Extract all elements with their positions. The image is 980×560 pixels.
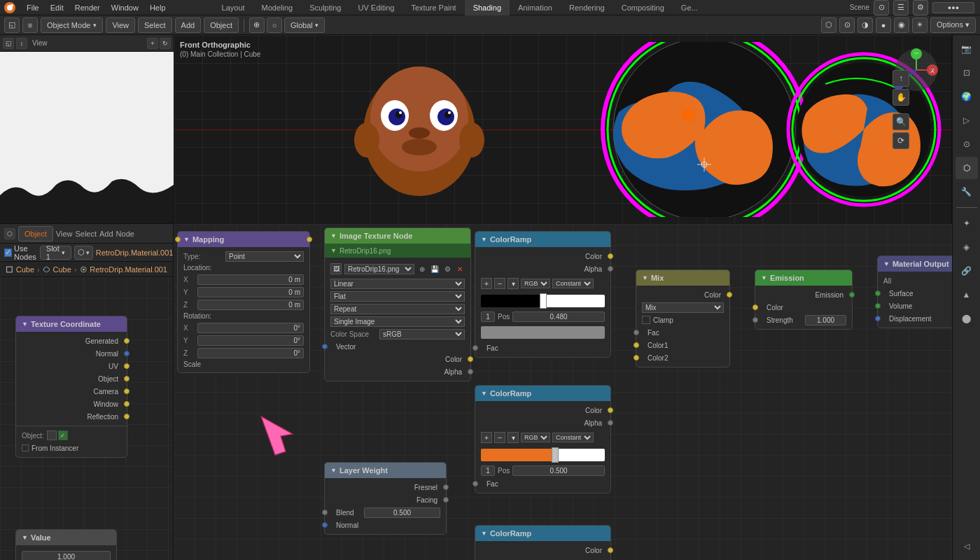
tc-instancer-checkbox[interactable] [22, 444, 29, 451]
material-icon[interactable]: ⬡ [78, 248, 85, 257]
properties-expand[interactable]: ◁ [955, 535, 978, 557]
cr1-remove[interactable]: − [494, 278, 505, 289]
cr1-more[interactable]: ▾ [507, 278, 519, 289]
cr2-stop[interactable] [552, 447, 559, 463]
left-view-btn[interactable]: ◱ [3, 38, 14, 49]
img-tex-cs-select[interactable]: sRGB [379, 329, 465, 340]
value-input-field[interactable]: 1.000 [22, 551, 111, 560]
tc-object-picker[interactable] [47, 430, 57, 440]
tab-ge[interactable]: Ge... [673, 0, 706, 15]
options-dropdown[interactable]: Options ▾ [930, 18, 976, 33]
cr2-interp-select[interactable]: Constant [552, 433, 594, 442]
menu-file[interactable]: File [21, 0, 45, 15]
breadcrumb-material[interactable]: RetroDrip.Material.001 [90, 265, 167, 274]
cr1-gradient-bar[interactable] [481, 295, 605, 307]
mix-clamp-checkbox[interactable] [642, 316, 650, 324]
use-nodes-toggle[interactable]: ✓ Use Nodes [4, 244, 37, 261]
tab-shading[interactable]: Shading [465, 0, 510, 15]
img-tex-interp-select[interactable]: Linear [330, 279, 465, 289]
transform-dropdown[interactable]: Global ▾ [284, 18, 325, 33]
img-tex-sub-collapse[interactable]: ▼ [330, 247, 337, 254]
slot-dropdown[interactable]: Slot 1 ▾ [40, 246, 71, 260]
menu-window[interactable]: Window [106, 0, 144, 15]
properties-output[interactable]: ⊡ [955, 62, 978, 84]
img-tex-browse[interactable]: ⊕ [417, 264, 427, 274]
tool-arrow[interactable]: ↑ [892, 70, 909, 87]
value-collapse[interactable]: ▼ [22, 534, 28, 541]
menu-help[interactable]: Help [144, 0, 172, 15]
properties-physics[interactable]: ◈ [955, 236, 978, 258]
img-tex-save[interactable]: 💾 [430, 264, 440, 274]
properties-material[interactable]: ⬤ [955, 307, 978, 330]
left-nav-btn[interactable]: ↕ [16, 38, 27, 49]
properties-data[interactable]: ▲ [955, 284, 978, 306]
properties-world[interactable]: ⊙ [955, 133, 978, 155]
viewport-shading2[interactable]: ● [876, 18, 891, 33]
node-select-btn[interactable]: Select [75, 230, 97, 238]
node-editor-icon[interactable]: ⬡ [4, 228, 15, 239]
mapping-type-select[interactable]: Point [225, 251, 304, 262]
img-tex-ext-select[interactable]: Repeat [330, 304, 465, 314]
mapping-rx-field[interactable]: 0° [197, 323, 304, 333]
add-btn-toolbar[interactable]: Add [175, 18, 202, 33]
cr2-more[interactable]: ▾ [507, 432, 519, 443]
img-tex-src-select[interactable]: Single Image [330, 316, 465, 327]
blender-logo[interactable] [3, 1, 17, 15]
mapping-y-field[interactable]: 0 m [197, 287, 304, 298]
menu-edit[interactable]: Edit [45, 0, 69, 15]
tab-modeling[interactable]: Modeling [253, 0, 302, 15]
breadcrumb-cube2[interactable]: Cube [53, 265, 71, 274]
properties-constraints[interactable]: 🔗 [955, 260, 978, 282]
settings-icon[interactable]: ⚙ [913, 0, 928, 15]
mapping-x-field[interactable]: 0 m [197, 274, 304, 285]
properties-particles[interactable]: ✦ [955, 212, 978, 234]
cr2-mode-select[interactable]: RGB [521, 433, 550, 442]
img-tex-settings[interactable]: ⚙ [442, 264, 452, 274]
tool-rotate[interactable]: ⟳ [892, 132, 909, 149]
cr2-val-field[interactable]: 1 [481, 465, 495, 476]
overlay-icon[interactable]: ⬡ [821, 18, 836, 33]
mapping-ry-field[interactable]: 0° [197, 335, 304, 346]
properties-object[interactable]: ⬡ [955, 157, 978, 179]
emission-collapse[interactable]: ▼ [761, 274, 767, 281]
cr1-pos-field[interactable]: 0.480 [512, 312, 605, 322]
cr2-remove[interactable]: − [494, 432, 505, 443]
cr2-add[interactable]: + [481, 432, 492, 443]
tool-hand[interactable]: ✋ [892, 89, 909, 106]
tab-texture-paint[interactable]: Texture Paint [402, 0, 464, 15]
tc-object-select[interactable]: ✓ [58, 430, 68, 440]
tool-zoom[interactable]: 🔍 [892, 113, 909, 130]
cr2-gradient-bar[interactable] [481, 449, 605, 461]
mapping-z-field[interactable]: 0 m [197, 300, 304, 310]
img-tex-collapse[interactable]: ▼ [330, 232, 337, 239]
cr1-stop[interactable] [540, 293, 547, 309]
lw1-blend-value[interactable]: 0.500 [364, 507, 440, 518]
rotate-btn[interactable]: ↻ [160, 38, 171, 49]
tab-rendering[interactable]: Rendering [561, 0, 613, 15]
cr1-collapse[interactable]: ▼ [481, 236, 487, 243]
cr2-pos-field[interactable]: 0.500 [512, 465, 605, 476]
cr1-interp-select[interactable]: Constant [552, 279, 594, 288]
viewport-icon[interactable]: ◱ [4, 18, 20, 33]
viewport-shading1[interactable]: ◑ [858, 18, 873, 33]
properties-modifier[interactable]: 🔧 [955, 181, 978, 203]
properties-render[interactable]: 📷 [955, 38, 978, 60]
lw1-collapse[interactable]: ▼ [330, 467, 337, 474]
mat-output-collapse[interactable]: ▼ [883, 260, 890, 267]
viewport-shading4[interactable]: ☀ [912, 18, 927, 33]
snap-icon[interactable]: ⊕ [249, 18, 265, 33]
cr2-collapse[interactable]: ▼ [481, 390, 487, 397]
node-object-label[interactable]: Object [18, 226, 53, 241]
material-arrow[interactable]: ▾ [86, 249, 90, 256]
view-icon[interactable]: ≡ [22, 18, 38, 33]
use-nodes-checkbox[interactable]: ✓ [4, 248, 12, 257]
scene-icon[interactable]: ⊙ [874, 0, 889, 15]
img-tex-proj-select[interactable]: Flat [330, 291, 465, 302]
proportional-icon[interactable]: ○ [267, 18, 282, 33]
view-btn[interactable]: View [106, 18, 135, 33]
mapping-collapse[interactable]: ▼ [183, 236, 190, 243]
img-tex-delete[interactable]: ✕ [455, 264, 465, 274]
properties-view-layer[interactable]: 🌍 [955, 85, 978, 108]
cr1-add[interactable]: + [481, 278, 492, 289]
object-mode-dropdown[interactable]: Object Mode ▾ [41, 18, 103, 33]
